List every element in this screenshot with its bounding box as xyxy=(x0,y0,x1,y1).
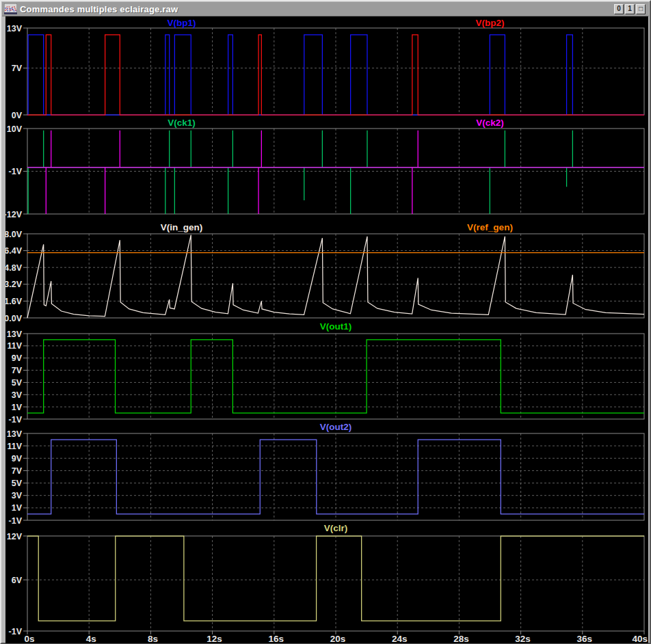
x-tick-label: 20s xyxy=(330,634,346,643)
y-tick-label: 6V xyxy=(12,576,23,585)
window-controls: 0 1 □ xyxy=(614,4,647,14)
y-tick-label: 1V xyxy=(12,503,23,513)
y-tick-label: 5V xyxy=(12,479,23,488)
y-tick-label: 5V xyxy=(12,378,23,388)
y-tick-label: -12V xyxy=(5,210,23,219)
trace-V(ck2) xyxy=(27,131,644,214)
y-tick-label: 1.6V xyxy=(5,297,23,306)
trace-label-V(out2)[interactable]: V(out2) xyxy=(320,422,352,432)
x-tick-label: 24s xyxy=(392,634,408,643)
maximize-button[interactable]: 1 xyxy=(625,4,635,14)
y-tick-label: 0V xyxy=(12,111,23,120)
y-tick-label: 6.4V xyxy=(5,246,23,256)
y-tick-label: 8.0V xyxy=(5,230,23,239)
trace-label-V(ck1)[interactable]: V(ck1) xyxy=(168,118,196,128)
x-tick-label: 40s xyxy=(632,634,648,643)
trace-label-V(in_gen)[interactable]: V(in_gen) xyxy=(161,222,203,232)
y-tick-label: -1V xyxy=(9,167,23,176)
pane-6[interactable]: 12V6V-1VV(clr) xyxy=(7,523,644,636)
window-title: Commandes multiples eclairage.raw xyxy=(20,4,178,14)
y-tick-label: 7V xyxy=(12,64,23,73)
x-tick-label: 4s xyxy=(86,634,96,643)
y-tick-label: -1V xyxy=(9,627,23,636)
trace-label-V(bp1)[interactable]: V(bp1) xyxy=(168,18,196,28)
y-tick-label: 13V xyxy=(7,24,23,33)
y-tick-label: 13V xyxy=(7,429,23,439)
y-tick-label: -1V xyxy=(9,415,23,425)
ltspice-window: Commandes multiples eclairage.raw 0 1 □ … xyxy=(0,0,651,644)
y-tick-label: 12V xyxy=(7,532,23,541)
trace-label-V(out1)[interactable]: V(out1) xyxy=(320,321,352,332)
y-tick-label: -1V xyxy=(9,516,23,526)
y-tick-label: 7V xyxy=(12,466,23,476)
x-tick-label: 12s xyxy=(207,634,222,643)
y-tick-label: 7V xyxy=(12,366,23,375)
x-tick-label: 16s xyxy=(269,634,284,643)
minimize-button[interactable]: 0 xyxy=(614,4,624,14)
trace-label-V(ref_gen)[interactable]: V(ref_gen) xyxy=(467,222,513,232)
y-tick-label: 11V xyxy=(7,341,22,351)
y-tick-label: 3.2V xyxy=(5,280,23,289)
x-tick-label: 0s xyxy=(24,634,34,643)
x-tick-label: 32s xyxy=(515,634,531,643)
titlebar[interactable]: Commandes multiples eclairage.raw 0 1 □ xyxy=(2,2,649,16)
y-tick-label: 4.8V xyxy=(5,263,23,273)
y-tick-label: 13V xyxy=(7,330,23,339)
trace-label-V(bp2)[interactable]: V(bp2) xyxy=(476,18,505,28)
y-tick-label: 9V xyxy=(12,454,23,464)
x-tick-label: 8s xyxy=(148,634,158,643)
y-tick-label: 10V xyxy=(7,124,23,134)
y-tick-label: 0.0V xyxy=(5,314,23,323)
trace-label-V(ck2)[interactable]: V(ck2) xyxy=(476,118,504,128)
pane-3[interactable]: 8.0V6.4V4.8V3.2V1.6V0.0VV(in_gen)V(ref_g… xyxy=(5,222,644,323)
y-tick-label: 3V xyxy=(12,491,23,500)
plot-client-area[interactable]: 13V7V0VV(bp1)V(bp2)10V-1V-12VV(ck1)V(ck2… xyxy=(5,16,648,643)
pane-4[interactable]: 13V11V9V7V5V3V1V-1VV(out1) xyxy=(7,321,644,425)
pane-5[interactable]: 13V11V9V7V5V3V1V-1VV(out2) xyxy=(7,422,644,526)
y-tick-label: 9V xyxy=(12,353,23,363)
pane-2[interactable]: 10V-1V-12VV(ck1)V(ck2) xyxy=(5,118,644,219)
y-tick-label: 1V xyxy=(12,403,23,412)
waveform-plot[interactable]: 13V7V0VV(bp1)V(bp2)10V-1V-12VV(ck1)V(ck2… xyxy=(5,16,648,643)
x-tick-label: 28s xyxy=(453,634,469,643)
y-tick-label: 11V xyxy=(7,442,22,451)
pane-1[interactable]: 13V7V0VV(bp1)V(bp2) xyxy=(7,18,644,120)
restore-button[interactable]: □ xyxy=(636,4,646,14)
y-tick-label: 3V xyxy=(12,390,23,400)
waveform-file-icon xyxy=(4,3,17,14)
trace-label-V(clr)[interactable]: V(clr) xyxy=(324,523,348,533)
x-axis: 0s4s8s12s16s20s24s28s32s36s40s xyxy=(24,631,648,643)
x-tick-label: 36s xyxy=(577,634,593,643)
